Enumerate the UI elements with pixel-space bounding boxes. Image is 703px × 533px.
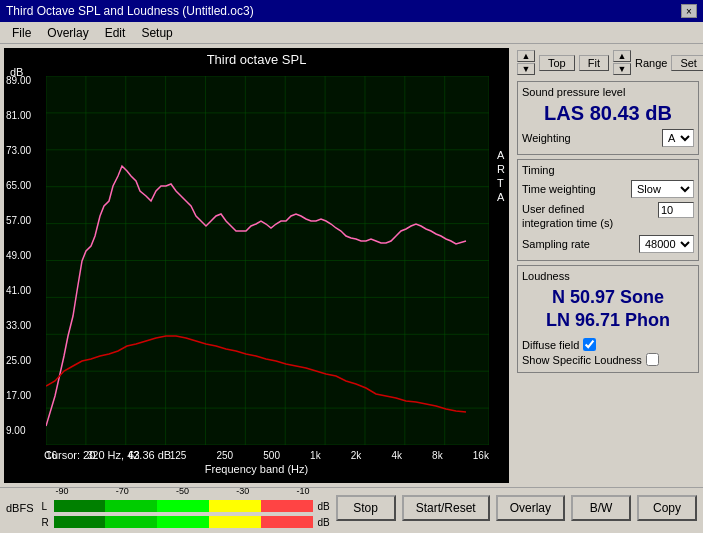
weighting-label: Weighting bbox=[522, 132, 571, 144]
top-down-btn[interactable]: ▼ bbox=[517, 63, 535, 75]
loudness-value-sone: N 50.97 Sone bbox=[522, 286, 694, 309]
spl-panel-title: Sound pressure level bbox=[522, 86, 694, 98]
range-down-btn[interactable]: ▼ bbox=[613, 63, 631, 75]
meter-tick--30: -30 bbox=[236, 486, 249, 496]
title-bar: Third Octave SPL and Loudness (Untitled.… bbox=[0, 0, 703, 22]
set-button[interactable]: Set bbox=[671, 55, 703, 71]
loudness-panel-title: Loudness bbox=[522, 270, 694, 282]
arta-label: ARTA bbox=[497, 148, 505, 204]
range-label: Range bbox=[635, 57, 667, 69]
menu-edit[interactable]: Edit bbox=[97, 24, 134, 42]
meter-channel-L: L bbox=[42, 501, 52, 512]
meter-dbfs-end-L: dB bbox=[317, 501, 329, 512]
top-button[interactable]: Top bbox=[539, 55, 575, 71]
x-axis-label: Frequency band (Hz) bbox=[205, 463, 308, 475]
chart-svg bbox=[46, 76, 489, 445]
meter-tick--90: -90 bbox=[56, 486, 69, 496]
chart-area: Third octave SPL dB ARTA bbox=[4, 48, 509, 483]
show-specific-checkbox[interactable] bbox=[646, 353, 659, 366]
x-tick-500: 500 bbox=[263, 450, 280, 461]
meter-tick--10: -10 bbox=[297, 486, 310, 496]
top-controls: ▲ ▼ Top Fit ▲ ▼ Range Set bbox=[517, 48, 699, 77]
fit-button[interactable]: Fit bbox=[579, 55, 609, 71]
x-tick-250: 250 bbox=[217, 450, 234, 461]
menu-overlay[interactable]: Overlay bbox=[39, 24, 96, 42]
chart-title: Third octave SPL bbox=[4, 48, 509, 67]
x-tick-2k: 2k bbox=[351, 450, 362, 461]
dbfs-label: dBFS bbox=[6, 502, 34, 514]
right-panel: ▲ ▼ Top Fit ▲ ▼ Range Set Sound pressure… bbox=[513, 44, 703, 487]
diffuse-field-label: Diffuse field bbox=[522, 339, 579, 351]
time-weighting-label: Time weighting bbox=[522, 183, 596, 195]
start-reset-button[interactable]: Start/Reset bbox=[402, 495, 490, 521]
meter-tick--50: -50 bbox=[176, 486, 189, 496]
bw-button[interactable]: B/W bbox=[571, 495, 631, 521]
x-tick-8k: 8k bbox=[432, 450, 443, 461]
x-tick-4k: 4k bbox=[391, 450, 402, 461]
integration-label: User definedintegration time (s) bbox=[522, 202, 613, 231]
time-weighting-select[interactable]: Slow Fast Impulse bbox=[631, 180, 694, 198]
main-content: Third octave SPL dB ARTA bbox=[0, 44, 703, 487]
menu-bar: File Overlay Edit Setup bbox=[0, 22, 703, 44]
meter-row-R: R dB bbox=[42, 515, 330, 529]
cursor-label: Cursor: 20.0 Hz, 42.36 dB bbox=[44, 449, 171, 461]
x-tick-1k: 1k bbox=[310, 450, 321, 461]
bottom-area: dBFS -90 -70 -50 -30 -10 L dB R bbox=[0, 487, 703, 527]
menu-setup[interactable]: Setup bbox=[133, 24, 180, 42]
meter-row-L: L dB bbox=[42, 499, 330, 513]
meter-bar-L bbox=[54, 500, 314, 512]
meter-container: -90 -70 -50 -30 -10 L dB R bbox=[42, 486, 330, 529]
show-specific-label: Show Specific Loudness bbox=[522, 354, 642, 366]
top-up-btn[interactable]: ▲ bbox=[517, 50, 535, 62]
menu-file[interactable]: File bbox=[4, 24, 39, 42]
meter-dbfs-end-R: dB bbox=[317, 517, 329, 528]
spl-value: LAS 80.43 dB bbox=[522, 102, 694, 125]
range-up-btn[interactable]: ▲ bbox=[613, 50, 631, 62]
x-tick-125: 125 bbox=[170, 450, 187, 461]
timing-panel-title: Timing bbox=[522, 164, 694, 176]
loudness-value-phon: LN 96.71 Phon bbox=[522, 309, 694, 332]
diffuse-field-checkbox[interactable] bbox=[583, 338, 596, 351]
integration-input[interactable] bbox=[658, 202, 694, 218]
stop-button[interactable]: Stop bbox=[336, 495, 396, 521]
meter-channel-R: R bbox=[42, 517, 52, 528]
copy-button[interactable]: Copy bbox=[637, 495, 697, 521]
window-title: Third Octave SPL and Loudness (Untitled.… bbox=[6, 4, 254, 18]
meter-tick--70: -70 bbox=[116, 486, 129, 496]
sampling-rate-label: Sampling rate bbox=[522, 238, 590, 250]
timing-panel: Timing Time weighting Slow Fast Impulse … bbox=[517, 159, 699, 261]
loudness-panel: Loudness N 50.97 Sone LN 96.71 Phon Diff… bbox=[517, 265, 699, 374]
x-tick-16k: 16k bbox=[473, 450, 489, 461]
meter-bar-R bbox=[54, 516, 314, 528]
weighting-select[interactable]: A B C Z bbox=[662, 129, 694, 147]
close-button[interactable]: × bbox=[681, 4, 697, 18]
sampling-rate-select[interactable]: 48000 44100 96000 bbox=[639, 235, 694, 253]
spl-panel: Sound pressure level LAS 80.43 dB Weight… bbox=[517, 81, 699, 155]
overlay-button[interactable]: Overlay bbox=[496, 495, 565, 521]
